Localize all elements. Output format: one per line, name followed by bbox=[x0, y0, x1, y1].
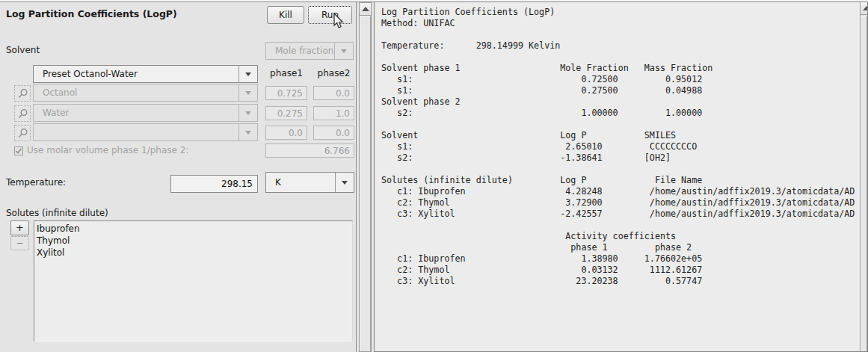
solvent1-phase1-field: 0.725 bbox=[265, 86, 307, 100]
solvent3-phase2-field: 0.0 bbox=[313, 126, 354, 140]
solvent-section-label: Solvent bbox=[6, 45, 40, 55]
solutes-list[interactable]: Ibuprofen Thymol Xylitol bbox=[34, 220, 353, 342]
list-item[interactable]: Ibuprofen bbox=[37, 223, 352, 235]
search-solvent3-button bbox=[14, 125, 31, 141]
chevron-down-icon bbox=[342, 181, 348, 185]
molar-volume-label: Use molar volume phase 1/phase 2: bbox=[27, 145, 188, 155]
solvent1-phase2-field: 0.0 bbox=[313, 86, 354, 100]
list-item[interactable]: Xylitol bbox=[37, 247, 352, 259]
temperature-label: Temperature: bbox=[6, 177, 66, 188]
preset-value: Preset Octanol-Water bbox=[34, 69, 238, 79]
kill-button[interactable]: Kill bbox=[267, 6, 304, 24]
preset-select[interactable]: Preset Octanol-Water bbox=[33, 65, 258, 83]
solvent3-phase1-field: 0.0 bbox=[265, 126, 307, 140]
panel-divider bbox=[356, 2, 357, 352]
molar-volume-checkbox bbox=[14, 146, 23, 155]
solvent3-arrow bbox=[238, 124, 257, 141]
mouse-cursor-icon bbox=[330, 12, 345, 30]
chevron-down-icon bbox=[245, 91, 251, 95]
scroll-up-button[interactable] bbox=[360, 3, 371, 16]
arrow-up-icon bbox=[362, 7, 369, 11]
solvent2-phase1-field: 0.275 bbox=[265, 106, 307, 120]
search-icon bbox=[17, 88, 28, 99]
scrollbar-thumb[interactable] bbox=[360, 16, 371, 351]
search-icon bbox=[17, 128, 28, 139]
logp-output-text: Log Partition Coefficients (LogP) Method… bbox=[381, 7, 855, 287]
solvent1-arrow bbox=[238, 84, 257, 101]
page-title: Log Partition Coefficients (LogP) bbox=[6, 8, 177, 19]
left-panel-scrollbar[interactable] bbox=[359, 2, 372, 352]
remove-solute-button: − bbox=[10, 236, 29, 250]
solvent3-select bbox=[33, 123, 258, 141]
phase1-column-header: phase1 bbox=[265, 68, 307, 78]
solvent2-phase2-field: 1.0 bbox=[313, 106, 354, 120]
temperature-unit-value: K bbox=[266, 177, 335, 188]
add-solute-button[interactable]: + bbox=[10, 220, 29, 235]
checkmark-icon bbox=[15, 147, 22, 155]
search-solvent2-button bbox=[14, 105, 31, 122]
preset-arrow[interactable] bbox=[238, 66, 257, 82]
output-panel-scrollbar[interactable] bbox=[860, 2, 867, 351]
chevron-down-icon bbox=[341, 49, 347, 53]
arrow-up-icon bbox=[863, 6, 868, 10]
molar-volume-field: 6.766 bbox=[265, 143, 354, 158]
solvent2-value: Water bbox=[34, 108, 238, 118]
phase2-column-header: phase2 bbox=[313, 68, 354, 78]
chevron-down-icon bbox=[245, 131, 251, 135]
search-icon bbox=[17, 108, 28, 120]
scrollbar-thumb[interactable] bbox=[861, 16, 867, 351]
fraction-mode-value: Mole fraction bbox=[266, 46, 334, 56]
temperature-input[interactable]: 298.15 bbox=[170, 175, 258, 193]
logp-window: Log Partition Coefficients (LogP) Kill R… bbox=[0, 0, 868, 352]
solutes-section-label: Solutes (infinite dilute) bbox=[6, 208, 108, 218]
solvent1-select: Octanol bbox=[33, 84, 258, 102]
list-item[interactable]: Thymol bbox=[37, 235, 352, 247]
scroll-up-button[interactable] bbox=[861, 2, 868, 15]
temperature-unit-arrow[interactable] bbox=[335, 173, 354, 192]
solvent2-select: Water bbox=[33, 104, 258, 122]
solvent1-value: Octanol bbox=[34, 87, 238, 98]
chevron-down-icon bbox=[245, 72, 251, 76]
fraction-mode-arrow bbox=[334, 43, 353, 59]
solvent2-arrow bbox=[238, 105, 257, 121]
fraction-mode-select: Mole fraction bbox=[265, 42, 354, 60]
output-panel: Log Partition Coefficients (LogP) Method… bbox=[374, 1, 868, 352]
temperature-unit-select[interactable]: K bbox=[265, 172, 354, 193]
search-solvent1-button bbox=[14, 85, 31, 102]
chevron-down-icon bbox=[245, 111, 251, 115]
